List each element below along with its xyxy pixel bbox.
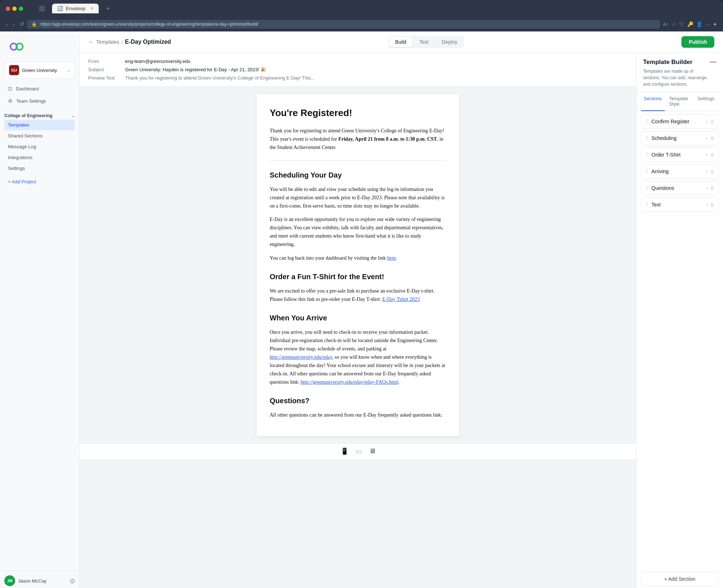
tshirt-link[interactable]: E-Day Tshirt 2023 — [382, 297, 420, 302]
publish-button[interactable]: Publish — [681, 36, 714, 48]
close-button[interactable] — [6, 7, 10, 11]
password-icon[interactable]: 🔑 — [687, 21, 693, 27]
add-section-button[interactable]: + Add Section — [641, 572, 719, 586]
new-tab-icon[interactable]: ＋ — [105, 5, 111, 12]
section-label: Scheduling — [651, 135, 676, 141]
sidebar-item-integrations[interactable]: Integrations — [4, 152, 75, 163]
desktop-view-icon[interactable]: 🖥 — [369, 447, 376, 455]
tab-squircle-icon — [39, 6, 45, 12]
back-nav-icon[interactable]: ‹ — [6, 21, 8, 27]
sidebar-item-dashboard[interactable]: ⊡ Dashboard — [4, 83, 75, 94]
bookmark-icon[interactable]: ☆ — [672, 21, 676, 27]
email-para-questions: All other questions can be answered from… — [270, 411, 446, 419]
lock-icon: 🔒 — [31, 22, 37, 27]
shield-icon[interactable]: 🛡 — [679, 21, 684, 27]
section-item-arriving[interactable]: ⠿ Arriving › 🗑 — [641, 164, 719, 179]
add-project-button[interactable]: + Add Project — [4, 177, 75, 187]
sidebar-logo — [0, 31, 79, 62]
builder-description: Templates are made up of sections. You c… — [643, 68, 710, 88]
sidebar-item-settings[interactable]: Settings — [4, 163, 75, 174]
section-expand-icon[interactable]: › — [706, 119, 708, 124]
sidebar-nav: ⊡ Dashboard ⚙ Team Settings — [0, 81, 79, 109]
section-expand-icon[interactable]: › — [706, 169, 708, 174]
dashboard-link[interactable]: here — [387, 255, 396, 261]
drag-handle-icon: ⠿ — [645, 119, 649, 124]
more-icon[interactable]: ··· — [705, 21, 710, 27]
tablet-view-icon[interactable]: ▭ — [356, 447, 362, 455]
org-selector[interactable]: GU Green University ⌄ — [4, 62, 75, 78]
section-expand-icon[interactable]: › — [706, 202, 708, 207]
email-heading-scheduling: Scheduling Your Day — [270, 169, 446, 181]
enveloop-logo-icon — [9, 39, 25, 55]
email-canvas-area: You're Registered! Thank you for registe… — [80, 87, 636, 443]
section-delete-icon[interactable]: 🗑 — [710, 152, 715, 158]
sidebar-item-team-settings[interactable]: ⚙ Team Settings — [4, 95, 75, 107]
power-icon[interactable]: ⏻ — [70, 578, 75, 584]
subject-row: Subject Green University: Hayden is regi… — [88, 65, 628, 74]
drag-handle-icon: ⠿ — [645, 135, 649, 141]
drag-handle-icon: ⠿ — [645, 152, 649, 158]
user-avatar: JM — [4, 575, 15, 586]
tab-test[interactable]: Test — [414, 37, 435, 47]
tab-close-icon[interactable]: ✕ — [90, 6, 94, 11]
drag-handle-icon: ⠿ — [645, 202, 649, 208]
org-chevron-icon: ⌄ — [67, 68, 70, 73]
tab-label: Enveloop — [66, 6, 85, 11]
sidebar-item-templates[interactable]: Templates — [4, 120, 75, 130]
drag-handle-icon: ⠿ — [645, 169, 649, 174]
section-delete-icon[interactable]: 🗑 — [710, 119, 715, 124]
section-delete-icon[interactable]: 🗑 — [710, 202, 715, 208]
mobile-view-icon[interactable]: 📱 — [341, 447, 348, 455]
eday-link[interactable]: http://greenuniversity.edu/eday — [270, 354, 332, 360]
section-item-scheduling[interactable]: ⠿ Scheduling › 🗑 — [641, 131, 719, 145]
section-label: Arriving — [651, 169, 668, 174]
email-para-scheduling-2: E-Day is an excellent opportunity for yo… — [270, 215, 446, 248]
email-heading-questions: Questions? — [270, 395, 446, 406]
extension-icon[interactable]: ✦ — [713, 21, 717, 28]
profile-icon[interactable]: 👤 — [696, 21, 702, 27]
org-name: Green University — [22, 68, 64, 73]
section-expand-icon[interactable]: › — [706, 152, 708, 157]
sidebar: GU Green University ⌄ ⊡ Dashboard ⚙ Team… — [0, 31, 80, 588]
browser-tab[interactable]: 🔄 Enveloop ✕ — [52, 4, 99, 13]
minimize-button[interactable] — [12, 7, 17, 11]
content-area: From eng-team@greenuniversity.edu Subjec… — [80, 53, 723, 588]
tab-deploy[interactable]: Deploy — [436, 37, 463, 47]
settings-icon: ⚙ — [8, 98, 13, 104]
maximize-button[interactable] — [19, 7, 23, 11]
section-item-questions[interactable]: ⠿ Questions › 🗑 — [641, 181, 719, 195]
builder-tab-style[interactable]: Template Style — [666, 92, 693, 111]
breadcrumb-current: E-Day Optimized — [125, 39, 171, 45]
project-chevron-icon[interactable]: ⌄ — [72, 114, 75, 118]
topbar: ← Templates / E-Day Optimized Build Test… — [80, 31, 723, 53]
sidebar-item-label: Dashboard — [16, 86, 39, 91]
section-item-confirm-register[interactable]: ⠿ Confirm Register › 🗑 — [641, 114, 719, 129]
builder-tab-sections[interactable]: Sections — [641, 92, 665, 111]
user-name: Jason McCay — [18, 578, 47, 584]
forward-nav-icon[interactable]: › — [13, 21, 14, 27]
sidebar-item-shared-sections[interactable]: Shared Sections — [4, 131, 75, 141]
section-item-text[interactable]: ⠿ Text › 🗑 — [641, 197, 719, 212]
tab-site-icon: 🔄 — [57, 6, 63, 11]
section-item-order-tshirt[interactable]: ⠿ Order T-Shirt › 🗑 — [641, 148, 719, 162]
section-delete-icon[interactable]: 🗑 — [710, 136, 715, 141]
section-delete-icon[interactable]: 🗑 — [710, 186, 715, 191]
reader-icon[interactable]: A↑ — [663, 21, 669, 27]
user-info: JM Jason McCay — [4, 575, 47, 586]
preview-row: Preview Text Thank you for registering t… — [88, 74, 628, 82]
back-icon[interactable]: ← — [88, 39, 94, 45]
builder-more-icon[interactable]: ••• — [710, 59, 716, 66]
sidebar-item-message-log[interactable]: Message Log — [4, 141, 75, 152]
section-delete-icon[interactable]: 🗑 — [710, 169, 715, 174]
email-para-arrive: Once you arrive, you will need to check-… — [270, 328, 446, 387]
section-expand-icon[interactable]: › — [706, 186, 708, 191]
breadcrumb: ← Templates / E-Day Optimized — [88, 39, 171, 45]
tab-build[interactable]: Build — [389, 37, 412, 47]
breadcrumb-link[interactable]: Templates — [96, 39, 119, 45]
topbar-left: ← Templates / E-Day Optimized — [88, 39, 171, 45]
faq-link[interactable]: http://greenuniversity.edu/eday/eday-FAQ… — [301, 379, 398, 385]
browser-addressbar[interactable]: 🔒 https://app.enveloop.com/teams/green-u… — [27, 20, 660, 29]
builder-tab-settings[interactable]: Settings — [694, 92, 717, 111]
reload-nav-icon[interactable]: ↺ — [20, 21, 24, 27]
section-expand-icon[interactable]: › — [706, 136, 708, 141]
